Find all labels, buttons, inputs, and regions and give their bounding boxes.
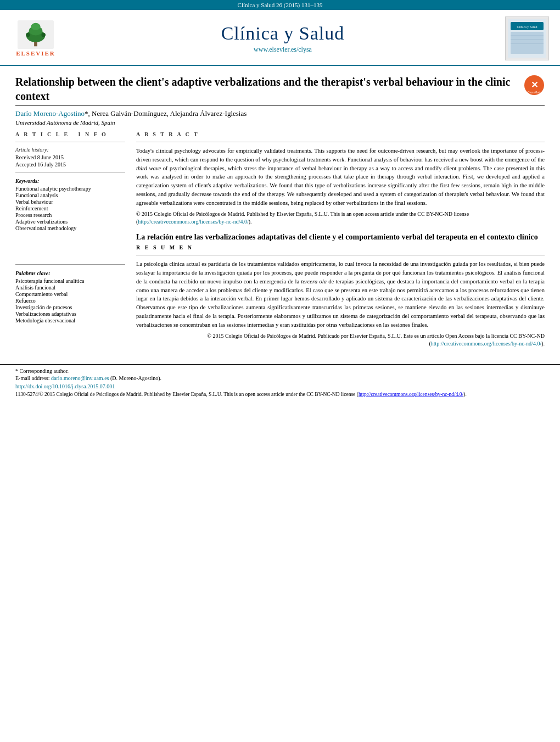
email-footnote: E-mail address: dario.moreno@inv.uam.es … bbox=[15, 375, 545, 381]
elsevier-label: ELSEVIER bbox=[16, 50, 55, 57]
resumen-header: R E S U M E N bbox=[136, 244, 545, 250]
palabra-2: Análisis funcional bbox=[15, 284, 125, 291]
palabra-6: Verbalizaciones adaptativas bbox=[15, 311, 125, 317]
email-link[interactable]: dario.moreno@inv.uam.es bbox=[51, 375, 109, 381]
issn-line: 1130-5274/© 2015 Colegio Oficial de Psic… bbox=[15, 391, 545, 398]
keyword-3: Verbal behaviour bbox=[15, 199, 125, 205]
cc-license-link-en[interactable]: http://creativecommons.org/licenses/by-n… bbox=[138, 219, 248, 225]
journal-header: ELSEVIER Clínica y Salud www.elsevier.es… bbox=[0, 10, 560, 66]
article-body: Relationship between the client's adapti… bbox=[0, 66, 560, 348]
keyword-5: Process research bbox=[15, 212, 125, 218]
palabras-clave-section: Palabras clave: Psicoterapia funcional a… bbox=[15, 270, 125, 323]
article-title: Relationship between the client's adapti… bbox=[15, 75, 524, 103]
journal-title: Clínica y Salud bbox=[60, 23, 505, 44]
palabra-4: Refuerzo bbox=[15, 298, 125, 304]
email-name: (D. Moreno-Agostino). bbox=[110, 375, 161, 381]
corresponding-author-note: * Corresponding author. bbox=[15, 368, 545, 374]
accepted-date: Accepted 16 July 2015 bbox=[15, 161, 125, 168]
footnotes-area: * Corresponding author. E-mail address: … bbox=[0, 364, 560, 398]
resumen-body: La psicología clínica actual es partidar… bbox=[136, 260, 545, 329]
palabras-clave-label: Palabras clave: bbox=[15, 270, 125, 276]
svg-point-6 bbox=[41, 33, 46, 37]
doi-link[interactable]: http://dx.doi.org/10.1016/j.clysa.2015.0… bbox=[15, 383, 115, 389]
banner-text: Clínica y Salud 26 (2015) 131–139 bbox=[238, 2, 323, 8]
keyword-1: Functional analytic psychotherapy bbox=[15, 186, 125, 192]
palabra-7: Metodología observacional bbox=[15, 317, 125, 323]
email-label: E-mail address: bbox=[15, 375, 49, 381]
keyword-7: Observational methodology bbox=[15, 225, 125, 231]
author-dario: Darío Moreno-Agostino*, bbox=[15, 109, 90, 118]
palabra-1: Psicoterapia funcional analítica bbox=[15, 278, 125, 284]
authors-line: Darío Moreno-Agostino*, Nerea Galván-Dom… bbox=[15, 109, 545, 118]
svg-text:Clínica y Salud: Clínica y Salud bbox=[517, 25, 537, 29]
palabra-5: Investigación de procesos bbox=[15, 304, 125, 310]
journal-cover-image: Clínica y Salud bbox=[505, 16, 549, 60]
crossmark-badge: ✕ CrossMark bbox=[524, 75, 545, 98]
keyword-2: Functional analysis bbox=[15, 192, 125, 198]
abstract-header: A B S T R A C T bbox=[136, 131, 545, 137]
two-column-layout: A R T I C L E I N F O Article history: R… bbox=[15, 131, 545, 348]
keywords-label: Keywords: bbox=[15, 178, 125, 184]
author-nerea: Nerea Galván-Domínguez, Alejandra Álvare… bbox=[92, 109, 247, 118]
spanish-title: La relación entre las verbalizaciones ad… bbox=[136, 232, 545, 242]
keyword-6: Adaptive verbalizations bbox=[15, 219, 125, 225]
svg-rect-10 bbox=[511, 32, 544, 54]
svg-text:✕: ✕ bbox=[531, 80, 538, 90]
article-history-label: Article history: bbox=[15, 147, 125, 153]
journal-website-link[interactable]: www.elsevier.es/clysa bbox=[254, 46, 312, 53]
top-banner: Clínica y Salud 26 (2015) 131–139 bbox=[0, 0, 560, 10]
doi-line: http://dx.doi.org/10.1016/j.clysa.2015.0… bbox=[15, 383, 545, 389]
svg-point-4 bbox=[31, 23, 40, 30]
received-date: Received 8 June 2015 bbox=[15, 154, 125, 160]
palabra-3: Comportamiento verbal bbox=[15, 291, 125, 297]
copyright-spanish: © 2015 Colegio Oficial de Psicólogos de … bbox=[136, 332, 545, 348]
affiliation: Universidad Autónoma de Madrid, Spain bbox=[15, 119, 545, 126]
svg-point-5 bbox=[26, 33, 30, 37]
abstract-body: Today's clinical psychology advocates fo… bbox=[136, 147, 545, 207]
left-column: A R T I C L E I N F O Article history: R… bbox=[15, 131, 125, 348]
journal-title-center: Clínica y Salud www.elsevier.es/clysa bbox=[60, 23, 505, 54]
corresponding-label: * Corresponding author. bbox=[15, 368, 69, 374]
elsevier-logo: ELSEVIER bbox=[11, 20, 60, 57]
copyright-english: © 2015 Colegio Oficial de Psicólogos de … bbox=[136, 210, 545, 226]
article-title-section: Relationship between the client's adapti… bbox=[15, 75, 545, 106]
keyword-4: Reinforcement bbox=[15, 205, 125, 211]
cc-license-link-es[interactable]: http://creativecommons.org/licenses/by-n… bbox=[431, 341, 541, 347]
svg-text:CrossMark: CrossMark bbox=[528, 91, 541, 94]
issn-cc-link[interactable]: http://creativecommons.org/licenses/by-n… bbox=[359, 392, 463, 397]
elsevier-tree-icon bbox=[16, 20, 55, 49]
article-info-header: A R T I C L E I N F O bbox=[15, 131, 125, 137]
right-column: A B S T R A C T Today's clinical psychol… bbox=[136, 131, 545, 348]
keywords-section: Keywords: Functional analytic psychother… bbox=[15, 178, 125, 231]
